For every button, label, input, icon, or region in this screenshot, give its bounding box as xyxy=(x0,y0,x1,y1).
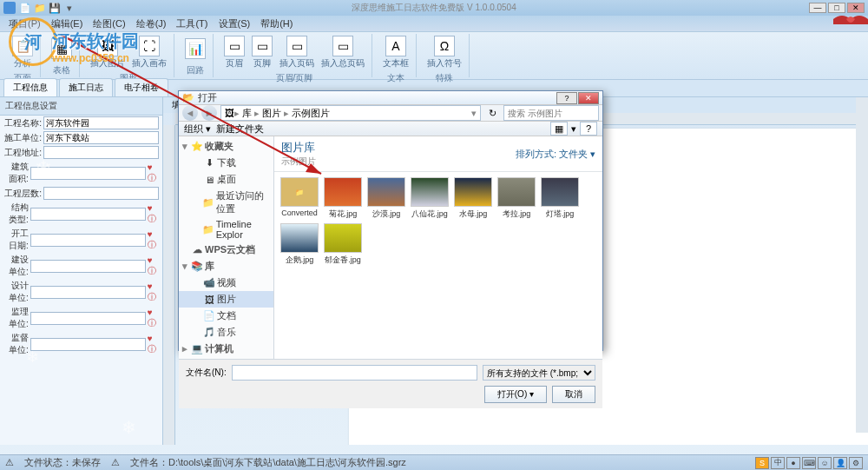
ribbon-button[interactable]: ▭插入总页码 xyxy=(319,34,366,71)
ribbon-button[interactable]: ▭页脚 xyxy=(250,34,274,71)
ime-settings-icon[interactable]: ⚙ xyxy=(849,457,863,469)
nav-refresh-button[interactable]: ↻ xyxy=(484,105,500,121)
tree-node[interactable]: 🖥桌面 xyxy=(179,171,273,188)
qat-new-icon[interactable]: 📄 xyxy=(19,2,31,14)
image-thumb[interactable]: 灯塔.jpg xyxy=(540,177,580,220)
app-icon xyxy=(3,2,16,14)
breadcrumb-item[interactable]: 库 xyxy=(240,107,254,120)
ribbon-button[interactable]: Ω插入符号 xyxy=(425,34,464,71)
ribbon-button[interactable]: ▭插入页码 xyxy=(278,34,316,71)
library-title: 图片库 xyxy=(281,140,316,156)
qat-open-icon[interactable]: 📁 xyxy=(34,2,46,14)
image-thumb[interactable]: 水母.jpg xyxy=(453,177,493,220)
qat-save-icon[interactable]: 💾 xyxy=(49,2,61,14)
tree-node[interactable]: ☁WPS云文档 xyxy=(179,242,273,258)
tree-node[interactable]: 📄文档 xyxy=(179,308,273,324)
form-field-input[interactable] xyxy=(30,234,146,247)
ribbon-button[interactable]: ▭页眉 xyxy=(222,34,247,71)
tab-project-info[interactable]: 工程信息 xyxy=(3,78,57,96)
breadcrumb[interactable]: 🖼 ▸ 库 ▸ 图片 ▸ 示例图片 ▾ xyxy=(220,105,481,121)
form-field-input[interactable] xyxy=(30,312,146,325)
ribbon-button-label: 插入画布 xyxy=(132,57,167,70)
qat-dropdown-icon[interactable]: ▾ xyxy=(63,2,76,14)
breadcrumb-item[interactable]: 示例图片 xyxy=(289,107,332,120)
image-thumb[interactable]: 沙漠.jpg xyxy=(366,177,406,220)
form-field-input[interactable] xyxy=(30,338,146,351)
ime-punct-button[interactable]: ● xyxy=(786,457,800,469)
nav-back-button[interactable]: ◄ xyxy=(182,105,198,121)
filename-input[interactable] xyxy=(232,365,477,381)
tree-node[interactable]: ⬇下载 xyxy=(179,155,273,171)
tree-node-label: 文档 xyxy=(217,309,236,322)
thumb-preview xyxy=(541,177,579,207)
tree-node[interactable]: ▾📚库 xyxy=(179,258,273,275)
ime-keyboard-icon[interactable]: ⌨ xyxy=(802,457,816,469)
form-field-input[interactable] xyxy=(43,131,159,144)
tree-node-label: Timeline Explor xyxy=(216,219,270,240)
view-help-button[interactable]: ? xyxy=(580,122,597,136)
tree-node-label: 视频 xyxy=(217,276,236,289)
form-field-label: 监理单位: xyxy=(3,306,30,330)
tree-node[interactable]: ▾⭐收藏夹 xyxy=(179,138,273,155)
tree-expander-icon[interactable]: ▾ xyxy=(182,141,189,152)
watermark-title: 河东软件园 xyxy=(52,30,139,53)
heart-icon[interactable]: ♥ ⓘ xyxy=(146,334,159,355)
tree-node[interactable]: 🎵音乐 xyxy=(179,324,273,341)
tree-node[interactable]: 📁Timeline Explor xyxy=(179,217,273,242)
newfolder-button[interactable]: 新建文件夹 xyxy=(216,122,264,136)
tree-node[interactable]: 📹视频 xyxy=(179,275,273,291)
image-thumb[interactable]: 八仙花.jpg xyxy=(410,177,450,220)
image-thumb[interactable]: 菊花.jpg xyxy=(323,177,363,220)
ribbon-button[interactable]: 📊 xyxy=(183,36,207,61)
tree-node[interactable]: 📁最近访问的位置 xyxy=(179,188,273,217)
organize-button[interactable]: 组织 ▾ xyxy=(184,122,211,136)
dialog-help-button[interactable]: ? xyxy=(556,92,577,104)
form-field-input[interactable] xyxy=(30,167,146,180)
thumb-preview xyxy=(411,177,449,207)
tree-expander-icon[interactable]: ▾ xyxy=(182,261,189,272)
dialog-close-button[interactable]: ✕ xyxy=(578,92,599,104)
folder-thumb[interactable]: 📁Converted xyxy=(279,177,319,220)
minimize-button[interactable]: — xyxy=(809,3,826,13)
heart-icon[interactable]: ♥ ⓘ xyxy=(146,162,159,184)
tab-photo-album[interactable]: 电子相卷 xyxy=(115,78,168,96)
ribbon-button[interactable]: A文本框 xyxy=(381,34,411,71)
ime-cn-button[interactable]: 中 xyxy=(771,457,785,469)
ribbon-button-icon: ▭ xyxy=(286,36,307,56)
nav-forward-button[interactable]: ► xyxy=(201,105,217,121)
form-field-input[interactable] xyxy=(30,286,146,299)
tree-expander-icon[interactable]: ▸ xyxy=(182,343,189,354)
form-field-input[interactable] xyxy=(43,187,159,200)
heart-icon[interactable]: ♥ ⓘ xyxy=(146,203,159,225)
heart-icon[interactable]: ♥ ⓘ xyxy=(146,229,159,251)
tree-node[interactable]: ▸💻计算机 xyxy=(179,341,273,357)
tree-node[interactable]: 🖼图片 xyxy=(179,291,273,308)
menu-help[interactable]: 帮助(H) xyxy=(255,16,298,32)
view-dropdown-icon[interactable]: ▾ xyxy=(571,123,576,135)
heart-icon[interactable]: ♥ ⓘ xyxy=(146,255,159,277)
menu-tools[interactable]: 工具(T) xyxy=(171,16,213,32)
vertical-scrollbar[interactable] xyxy=(856,97,868,433)
sort-dropdown[interactable]: 文件夹 ▾ xyxy=(559,149,595,159)
image-thumb[interactable]: 考拉.jpg xyxy=(496,177,536,220)
ime-sogou-icon[interactable]: S xyxy=(755,457,769,469)
search-input[interactable] xyxy=(503,105,599,121)
menu-settings[interactable]: 设置(S) xyxy=(214,16,256,32)
ime-emoji-icon[interactable]: ☺ xyxy=(818,457,832,469)
open-button[interactable]: 打开(O) ▾ xyxy=(484,386,547,403)
view-thumbnails-button[interactable]: ▦ xyxy=(550,122,568,136)
heart-icon[interactable]: ♥ ⓘ xyxy=(146,308,159,329)
breadcrumb-item[interactable]: 图片 xyxy=(260,107,284,120)
tab-construction-log[interactable]: 施工日志 xyxy=(59,78,113,96)
form-field-input[interactable] xyxy=(30,260,146,273)
image-thumb[interactable]: 企鹅.jpg xyxy=(279,223,319,266)
ime-user-icon[interactable]: 👤 xyxy=(833,457,847,469)
breadcrumb-dropdown-icon[interactable]: ▾ xyxy=(471,108,477,119)
filetype-select[interactable]: 所有支持的文件 (*.bmp; *.dib; ▾ xyxy=(483,365,595,381)
form-field-input[interactable] xyxy=(30,208,146,221)
cancel-button[interactable]: 取消 xyxy=(552,386,595,403)
form-field-input[interactable] xyxy=(43,146,159,159)
form-field-input[interactable] xyxy=(43,116,159,129)
image-thumb[interactable]: 郁金香.jpg xyxy=(323,223,363,266)
heart-icon[interactable]: ♥ ⓘ xyxy=(146,281,159,303)
